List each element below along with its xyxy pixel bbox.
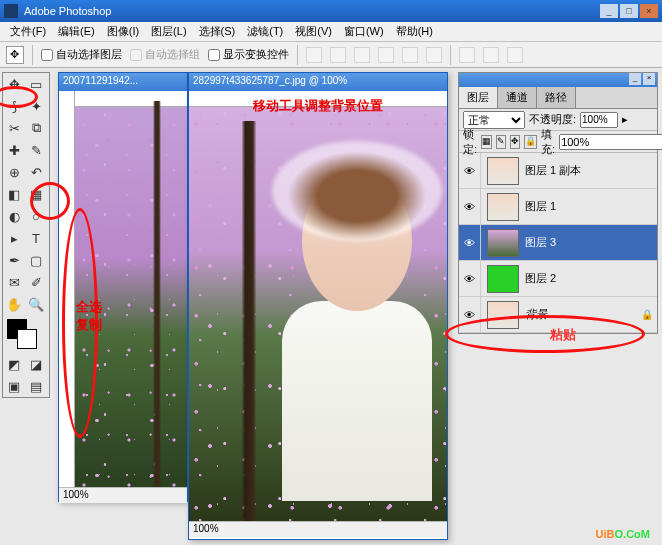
menu-file[interactable]: 文件(F) [4, 22, 52, 41]
chevron-right-icon[interactable]: ▸ [622, 113, 628, 126]
lock-all-icon[interactable]: 🔒 [524, 135, 537, 149]
tab-channels[interactable]: 通道 [498, 87, 537, 108]
screenmode2-icon[interactable]: ▤ [25, 375, 47, 397]
wand-tool-icon[interactable]: ✦ [25, 95, 47, 117]
layer-name[interactable]: 图层 1 副本 [525, 163, 657, 178]
slice-tool-icon[interactable]: ⧉ [25, 117, 47, 139]
maximize-button[interactable]: □ [620, 4, 638, 18]
align-top-icon[interactable] [306, 47, 322, 63]
doc2-canvas[interactable]: 移动工具调整背景位置 [189, 91, 447, 521]
layer-thumb[interactable] [487, 157, 519, 185]
menu-bar: 文件(F) 编辑(E) 图像(I) 图层(L) 选择(S) 滤镜(T) 视图(V… [0, 22, 662, 42]
lock-transparent-icon[interactable]: ▦ [481, 135, 492, 149]
toolbox: ✥ ▭ ⟆ ✦ ✂ ⧉ ✚ ✎ ⊕ ↶ ◧ ▦ ◐ ○ ▸ T ✒ ▢ ✉ ✐ … [2, 72, 50, 398]
brush-tool-icon[interactable]: ✎ [25, 139, 47, 161]
ps-icon [4, 4, 18, 18]
auto-select-layer[interactable]: 自动选择图层 [41, 47, 122, 62]
layer-name[interactable]: 图层 3 [525, 235, 657, 250]
close-button[interactable]: × [640, 4, 658, 18]
show-transform[interactable]: 显示变换控件 [208, 47, 289, 62]
notes-tool-icon[interactable]: ✉ [3, 271, 25, 293]
lock-icon: 🔒 [641, 309, 657, 320]
quickmask2-icon[interactable]: ◪ [25, 353, 47, 375]
layer-thumb[interactable] [487, 229, 519, 257]
align-right-icon[interactable] [426, 47, 442, 63]
visibility-icon[interactable]: 👁 [459, 225, 481, 260]
pen-tool-icon[interactable]: ✒ [3, 249, 25, 271]
lock-paint-icon[interactable]: ✎ [496, 135, 506, 149]
dist-bottom-icon[interactable] [507, 47, 523, 63]
lock-position-icon[interactable]: ✥ [510, 135, 520, 149]
healing-tool-icon[interactable]: ✚ [3, 139, 25, 161]
blur-tool-icon[interactable]: ◐ [3, 205, 25, 227]
minimize-button[interactable]: _ [600, 4, 618, 18]
doc1-canvas[interactable] [59, 91, 187, 487]
opacity-label: 不透明度: [529, 112, 576, 127]
visibility-icon[interactable]: 👁 [459, 189, 481, 224]
color-swatches[interactable] [3, 315, 49, 353]
background-color[interactable] [17, 329, 37, 349]
layer-thumb[interactable] [487, 301, 519, 329]
eyedropper-tool-icon[interactable]: ✐ [25, 271, 47, 293]
history-tool-icon[interactable]: ↶ [25, 161, 47, 183]
dist-v-icon[interactable] [483, 47, 499, 63]
menu-help[interactable]: 帮助(H) [390, 22, 439, 41]
annotation-move-tool: 移动工具调整背景位置 [209, 97, 427, 115]
align-vcenter-icon[interactable] [330, 47, 346, 63]
doc2-status: 100% [189, 521, 447, 537]
tab-layers[interactable]: 图层 [459, 87, 498, 108]
layer-thumb[interactable] [487, 193, 519, 221]
zoom-tool-icon[interactable]: 🔍 [25, 293, 47, 315]
layers-panel: _ × 图层 通道 路径 正常 不透明度: ▸ 锁定: ▦ ✎ ✥ 🔒 填充: … [458, 72, 658, 334]
hand-tool-icon[interactable]: ✋ [3, 293, 25, 315]
align-left-icon[interactable] [378, 47, 394, 63]
screenmode-icon[interactable]: ▣ [3, 375, 25, 397]
layer-thumb[interactable] [487, 265, 519, 293]
crop-tool-icon[interactable]: ✂ [3, 117, 25, 139]
annotation-selectall: 全选 [76, 298, 102, 316]
tab-paths[interactable]: 路径 [537, 87, 576, 108]
menu-view[interactable]: 视图(V) [289, 22, 338, 41]
dist-top-icon[interactable] [459, 47, 475, 63]
doc1-title[interactable]: 200711291942... [59, 73, 187, 91]
layer-name[interactable]: 图层 2 [525, 271, 657, 286]
doc2-title[interactable]: 282997t433625787_c.jpg @ 100% [189, 73, 447, 91]
stamp-tool-icon[interactable]: ⊕ [3, 161, 25, 183]
path-tool-icon[interactable]: ▸ [3, 227, 25, 249]
document-window-2[interactable]: 282997t433625787_c.jpg @ 100% 移动工具调整背景位置… [188, 72, 448, 540]
layer-name[interactable]: 图层 1 [525, 199, 657, 214]
layer-row[interactable]: 👁图层 1 [459, 189, 657, 225]
menu-filter[interactable]: 滤镜(T) [241, 22, 289, 41]
align-hcenter-icon[interactable] [402, 47, 418, 63]
shape-tool-icon[interactable]: ▢ [25, 249, 47, 271]
layer-row[interactable]: 👁图层 2 [459, 261, 657, 297]
panel-close-button[interactable]: × [643, 73, 655, 85]
eraser-tool-icon[interactable]: ◧ [3, 183, 25, 205]
menu-edit[interactable]: 编辑(E) [52, 22, 101, 41]
move-tool-icon[interactable]: ✥ [3, 73, 25, 95]
menu-layer[interactable]: 图层(L) [145, 22, 192, 41]
visibility-icon[interactable]: 👁 [459, 153, 481, 188]
align-bottom-icon[interactable] [354, 47, 370, 63]
type-tool-icon[interactable]: T [25, 227, 47, 249]
gradient-tool-icon[interactable]: ▦ [25, 183, 47, 205]
auto-select-group[interactable]: 自动选择组 [130, 47, 200, 62]
move-tool-icon[interactable] [6, 46, 24, 64]
lasso-tool-icon[interactable]: ⟆ [3, 95, 25, 117]
menu-select[interactable]: 选择(S) [193, 22, 242, 41]
marquee-tool-icon[interactable]: ▭ [25, 73, 47, 95]
layer-row[interactable]: 👁图层 1 副本 [459, 153, 657, 189]
visibility-icon[interactable]: 👁 [459, 261, 481, 296]
opacity-input[interactable] [580, 112, 618, 128]
visibility-icon[interactable]: 👁 [459, 297, 481, 332]
fill-input[interactable] [559, 134, 662, 150]
dodge-tool-icon[interactable]: ○ [25, 205, 47, 227]
layer-name[interactable]: 背景 [525, 307, 641, 322]
fill-label: 填充: [541, 127, 555, 157]
quickmask-icon[interactable]: ◩ [3, 353, 25, 375]
menu-image[interactable]: 图像(I) [101, 22, 145, 41]
document-window-1[interactable]: 200711291942... 100% [58, 72, 188, 502]
menu-window[interactable]: 窗口(W) [338, 22, 390, 41]
layer-row[interactable]: 👁图层 3 [459, 225, 657, 261]
panel-minimize-button[interactable]: _ [629, 73, 641, 85]
